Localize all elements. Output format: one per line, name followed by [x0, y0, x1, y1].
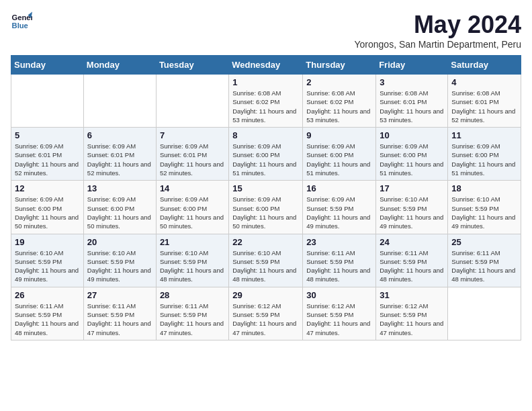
header-tuesday: Tuesday — [156, 56, 228, 75]
day-info: Sunrise: 6:09 AMSunset: 6:00 PMDaylight:… — [232, 195, 299, 230]
calendar-cell: 17Sunrise: 6:10 AMSunset: 5:59 PMDayligh… — [376, 181, 448, 234]
calendar-table: Sunday Monday Tuesday Wednesday Thursday… — [11, 55, 521, 340]
header-monday: Monday — [83, 56, 156, 75]
day-number: 20 — [87, 237, 152, 247]
day-number: 6 — [87, 130, 152, 140]
day-info: Sunrise: 6:09 AMSunset: 6:00 PMDaylight:… — [232, 142, 299, 177]
day-number: 16 — [306, 183, 372, 193]
calendar-week-row: 1Sunrise: 6:08 AMSunset: 6:02 PMDaylight… — [11, 75, 521, 128]
calendar-cell: 9Sunrise: 6:09 AMSunset: 6:00 PMDaylight… — [303, 128, 376, 181]
calendar-cell: 2Sunrise: 6:08 AMSunset: 6:02 PMDaylight… — [303, 75, 376, 128]
calendar-cell — [156, 75, 228, 128]
calendar-cell: 6Sunrise: 6:09 AMSunset: 6:01 PMDaylight… — [83, 128, 156, 181]
day-info: Sunrise: 6:09 AMSunset: 6:00 PMDaylight:… — [15, 195, 80, 230]
calendar-cell: 21Sunrise: 6:10 AMSunset: 5:59 PMDayligh… — [156, 234, 228, 287]
calendar-cell: 15Sunrise: 6:09 AMSunset: 6:00 PMDayligh… — [229, 181, 303, 234]
day-number: 8 — [232, 130, 299, 140]
day-info: Sunrise: 6:08 AMSunset: 6:02 PMDaylight:… — [306, 89, 372, 124]
day-number: 12 — [15, 183, 80, 193]
day-number: 29 — [232, 290, 299, 300]
calendar-cell: 20Sunrise: 6:10 AMSunset: 5:59 PMDayligh… — [83, 234, 156, 287]
day-info: Sunrise: 6:09 AMSunset: 6:01 PMDaylight:… — [87, 142, 152, 177]
calendar-cell: 28Sunrise: 6:11 AMSunset: 5:59 PMDayligh… — [156, 287, 228, 340]
day-number: 26 — [15, 290, 80, 300]
calendar-cell — [11, 75, 84, 128]
calendar-cell: 8Sunrise: 6:09 AMSunset: 6:00 PMDaylight… — [229, 128, 303, 181]
calendar-cell: 25Sunrise: 6:11 AMSunset: 5:59 PMDayligh… — [448, 234, 521, 287]
header-saturday: Saturday — [448, 56, 521, 75]
day-number: 11 — [451, 130, 517, 140]
day-info: Sunrise: 6:11 AMSunset: 5:59 PMDaylight:… — [160, 302, 225, 337]
title-area: May 2024 Yorongos, San Martin Department… — [354, 11, 521, 50]
day-info: Sunrise: 6:10 AMSunset: 5:59 PMDaylight:… — [232, 248, 299, 284]
day-number: 28 — [160, 290, 225, 300]
header-sunday: Sunday — [11, 56, 84, 75]
calendar-cell — [83, 75, 156, 128]
day-info: Sunrise: 6:08 AMSunset: 6:01 PMDaylight:… — [451, 89, 517, 124]
day-info: Sunrise: 6:09 AMSunset: 5:59 PMDaylight:… — [306, 195, 372, 230]
day-info: Sunrise: 6:09 AMSunset: 6:01 PMDaylight:… — [15, 142, 80, 177]
logo: General Blue — [11, 11, 32, 32]
calendar-cell: 3Sunrise: 6:08 AMSunset: 6:01 PMDaylight… — [376, 75, 448, 128]
day-number: 17 — [380, 183, 444, 193]
calendar-cell: 12Sunrise: 6:09 AMSunset: 6:00 PMDayligh… — [11, 181, 84, 234]
day-info: Sunrise: 6:10 AMSunset: 5:59 PMDaylight:… — [15, 248, 80, 284]
calendar-cell: 27Sunrise: 6:11 AMSunset: 5:59 PMDayligh… — [83, 287, 156, 340]
day-info: Sunrise: 6:09 AMSunset: 6:00 PMDaylight:… — [160, 195, 225, 230]
header-wednesday: Wednesday — [229, 56, 303, 75]
day-info: Sunrise: 6:10 AMSunset: 5:59 PMDaylight:… — [160, 248, 225, 284]
day-info: Sunrise: 6:11 AMSunset: 5:59 PMDaylight:… — [15, 302, 80, 337]
calendar-cell: 13Sunrise: 6:09 AMSunset: 6:00 PMDayligh… — [83, 181, 156, 234]
calendar-header-row: Sunday Monday Tuesday Wednesday Thursday… — [11, 56, 521, 75]
day-number: 30 — [306, 290, 372, 300]
day-info: Sunrise: 6:10 AMSunset: 5:59 PMDaylight:… — [380, 195, 444, 230]
calendar-cell: 11Sunrise: 6:09 AMSunset: 6:00 PMDayligh… — [448, 128, 521, 181]
day-info: Sunrise: 6:09 AMSunset: 6:01 PMDaylight:… — [160, 142, 225, 177]
calendar-week-row: 26Sunrise: 6:11 AMSunset: 5:59 PMDayligh… — [11, 287, 521, 340]
calendar-cell: 19Sunrise: 6:10 AMSunset: 5:59 PMDayligh… — [11, 234, 84, 287]
calendar-cell: 10Sunrise: 6:09 AMSunset: 6:00 PMDayligh… — [376, 128, 448, 181]
day-info: Sunrise: 6:09 AMSunset: 6:00 PMDaylight:… — [380, 142, 444, 177]
calendar-cell: 23Sunrise: 6:11 AMSunset: 5:59 PMDayligh… — [303, 234, 376, 287]
day-info: Sunrise: 6:08 AMSunset: 6:02 PMDaylight:… — [232, 89, 299, 124]
day-info: Sunrise: 6:09 AMSunset: 6:00 PMDaylight:… — [306, 142, 372, 177]
calendar-cell: 29Sunrise: 6:12 AMSunset: 5:59 PMDayligh… — [229, 287, 303, 340]
day-number: 21 — [160, 237, 225, 247]
day-info: Sunrise: 6:12 AMSunset: 5:59 PMDaylight:… — [306, 302, 372, 337]
day-info: Sunrise: 6:10 AMSunset: 5:59 PMDaylight:… — [451, 195, 517, 230]
day-number: 4 — [451, 77, 517, 87]
day-number: 19 — [15, 237, 80, 247]
day-number: 31 — [380, 290, 444, 300]
svg-text:Blue: Blue — [12, 21, 28, 30]
logo-icon: General Blue — [11, 11, 32, 32]
calendar-cell: 4Sunrise: 6:08 AMSunset: 6:01 PMDaylight… — [448, 75, 521, 128]
header-friday: Friday — [376, 56, 448, 75]
page-header: General Blue May 2024 Yorongos, San Mart… — [11, 11, 521, 50]
calendar-week-row: 19Sunrise: 6:10 AMSunset: 5:59 PMDayligh… — [11, 234, 521, 287]
day-info: Sunrise: 6:11 AMSunset: 5:59 PMDaylight:… — [451, 248, 517, 284]
day-info: Sunrise: 6:10 AMSunset: 5:59 PMDaylight:… — [87, 248, 152, 284]
day-info: Sunrise: 6:12 AMSunset: 5:59 PMDaylight:… — [232, 302, 299, 337]
day-info: Sunrise: 6:11 AMSunset: 5:59 PMDaylight:… — [87, 302, 152, 337]
day-number: 18 — [451, 183, 517, 193]
calendar-cell: 16Sunrise: 6:09 AMSunset: 5:59 PMDayligh… — [303, 181, 376, 234]
calendar-cell — [448, 287, 521, 340]
day-info: Sunrise: 6:08 AMSunset: 6:01 PMDaylight:… — [380, 89, 444, 124]
calendar-cell: 26Sunrise: 6:11 AMSunset: 5:59 PMDayligh… — [11, 287, 84, 340]
day-number: 25 — [451, 237, 517, 247]
day-number: 24 — [380, 237, 444, 247]
calendar-week-row: 5Sunrise: 6:09 AMSunset: 6:01 PMDaylight… — [11, 128, 521, 181]
month-title: May 2024 — [354, 11, 521, 39]
calendar-cell: 22Sunrise: 6:10 AMSunset: 5:59 PMDayligh… — [229, 234, 303, 287]
day-info: Sunrise: 6:09 AMSunset: 6:00 PMDaylight:… — [451, 142, 517, 177]
subtitle: Yorongos, San Martin Department, Peru — [354, 39, 521, 50]
day-number: 1 — [232, 77, 299, 87]
day-number: 15 — [232, 183, 299, 193]
calendar-cell: 31Sunrise: 6:12 AMSunset: 5:59 PMDayligh… — [376, 287, 448, 340]
day-number: 14 — [160, 183, 225, 193]
day-info: Sunrise: 6:12 AMSunset: 5:59 PMDaylight:… — [380, 302, 444, 337]
calendar-cell: 30Sunrise: 6:12 AMSunset: 5:59 PMDayligh… — [303, 287, 376, 340]
calendar-cell: 5Sunrise: 6:09 AMSunset: 6:01 PMDaylight… — [11, 128, 84, 181]
day-number: 3 — [380, 77, 444, 87]
calendar-cell: 7Sunrise: 6:09 AMSunset: 6:01 PMDaylight… — [156, 128, 228, 181]
